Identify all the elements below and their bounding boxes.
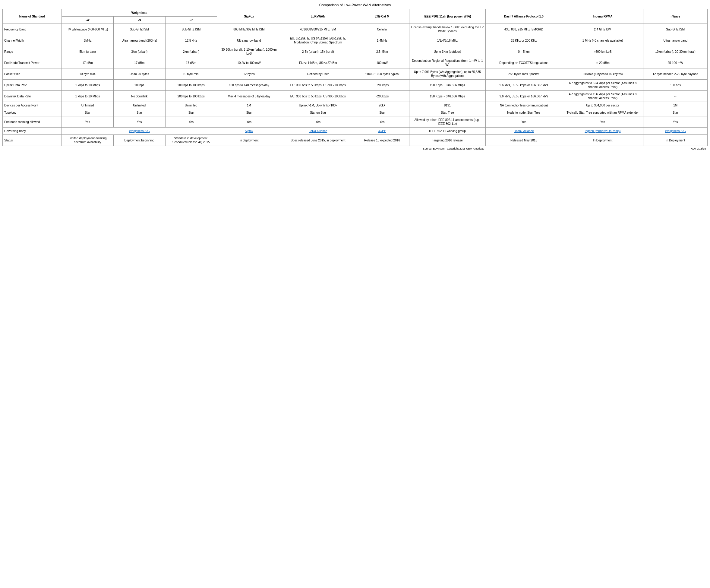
col-header-weightless-group: Weightless <box>62 9 217 17</box>
cell-topo-nwave: Star <box>643 109 708 116</box>
cell-packet-n: Up to 20 bytes <box>113 68 165 79</box>
cell-power-w: 17 dBm <box>62 57 114 68</box>
cell-downlink-ieee: 150 Kbps ~ 346.666 Mbps <box>409 91 486 102</box>
3gpp-link[interactable]: 3GPP <box>378 130 386 133</box>
cell-roam-p: Yes <box>165 116 217 127</box>
cell-range-lorawan: 2-5k (urban), 15k (rural) <box>281 46 355 57</box>
cell-chan-sigfox: Ultra narrow band <box>217 35 281 46</box>
cell-uplink-w: 1 kbps to 10 Mbps <box>62 79 114 91</box>
table-row: Packet Size 10 byte min. Up to 20 bytes … <box>3 68 708 79</box>
table-row: Downlink Data Rate 1 kbps to 10 Mbps No … <box>3 91 708 102</box>
cell-gov-lte: 3GPP <box>355 127 409 135</box>
cell-freq-nwave: Sub-GHz ISM <box>643 24 708 35</box>
cell-chan-ingenu: 1 MHz (40 channels available) <box>562 35 643 46</box>
cell-topo-p: Star <box>165 109 217 116</box>
cell-power-sigfox: 10μW to 100 mW <box>217 57 281 68</box>
page-title: Comparison of Low-Power WAN Alternatives <box>2 3 708 7</box>
cell-packet-lorawan: Defined by User <box>281 68 355 79</box>
cell-roam-dash7: Yes <box>486 116 562 127</box>
table-row: Governing Body Weightless SIG Sigfox LoR… <box>3 127 708 135</box>
row-label-roaming: End node roaming allowed <box>3 116 62 127</box>
cell-uplink-ieee: 150 Kbps ~ 346.666 Mbps <box>409 79 486 91</box>
cell-devices-p: Unlimited <box>165 102 217 109</box>
cell-uplink-lorawan: EU: 300 bps to 50 kbps, US:900-100kbps <box>281 79 355 91</box>
nwave-gov-link[interactable]: Weightless SIG <box>665 130 686 133</box>
lora-alliance-link[interactable]: LoRa Alliance <box>309 130 327 133</box>
col-header-n: -N <box>113 17 165 24</box>
cell-uplink-p: 200 bps to 100 kbps <box>165 79 217 91</box>
cell-uplink-sigfox: 100 bps to 140 messages/day <box>217 79 281 91</box>
row-label-range: Range <box>3 46 62 57</box>
sigfox-link[interactable]: Sigfox <box>245 130 253 133</box>
col-header-sigfox: SigFox <box>217 9 281 24</box>
row-label-devices: Devices per Access Point <box>3 102 62 109</box>
footer-source: Source: EDN.com - Copyright 2015 UBM Ame… <box>3 146 486 152</box>
cell-topo-n: Star <box>113 109 165 116</box>
cell-packet-w: 10 byte min. <box>62 68 114 79</box>
cell-downlink-n: No downlink <box>113 91 165 102</box>
cell-roam-n: Yes <box>113 116 165 127</box>
cell-power-dash7: Depending on FCC/ETSI regulations <box>486 57 562 68</box>
cell-uplink-lte: ~200kbps <box>355 79 409 91</box>
cell-devices-w: Unlimited <box>62 102 114 109</box>
cell-roam-lorawan: Yes <box>281 116 355 127</box>
cell-downlink-w: 1 kbps to 10 Mbps <box>62 91 114 102</box>
cell-range-lte: 2.5- 5km <box>355 46 409 57</box>
cell-freq-lte: Cellular <box>355 24 409 35</box>
cell-roam-lte: Yes <box>355 116 409 127</box>
row-label-packet: Packet Size <box>3 68 62 79</box>
cell-gov-sigfox: Sigfox <box>217 127 281 135</box>
col-header-p: -P <box>165 17 217 24</box>
cell-devices-ieee: 8191 <box>409 102 486 109</box>
cell-range-n: 3km (urban) <box>113 46 165 57</box>
cell-roam-sigfox: Yes <box>217 116 281 127</box>
cell-topo-sigfox: Star <box>217 109 281 116</box>
table-row: End node roaming allowed Yes Yes Yes Yes… <box>3 116 708 127</box>
cell-range-p: 2km (urban) <box>165 46 217 57</box>
cell-freq-ingenu: 2.4 GHz ISM <box>562 24 643 35</box>
cell-topo-dash7: Node-to-node, Star, Tree <box>486 109 562 116</box>
row-label-downlink: Downlink Data Rate <box>3 91 62 102</box>
cell-devices-n: Unlimited <box>113 102 165 109</box>
row-label-topology: Topology <box>3 109 62 116</box>
cell-roam-ingenu: Yes <box>562 116 643 127</box>
cell-range-w: 5km (urban) <box>62 46 114 57</box>
ingenu-link[interactable]: Ingenu (formerly OnRamp) <box>585 130 620 133</box>
col-header-name: Name of Standard <box>3 9 62 24</box>
cell-freq-w: TV whitespace (400-800 MHz) <box>62 24 114 35</box>
col-header-ingenu: Ingenu RPMA <box>562 9 643 24</box>
row-label-frequency: Frequency Band <box>3 24 62 35</box>
cell-chan-lte: 1.4MHz <box>355 35 409 46</box>
cell-devices-sigfox: 1M <box>217 102 281 109</box>
cell-power-nwave: 25-100 mW <box>643 57 708 68</box>
cell-packet-ingenu: Flexible (6 bytes to 10 kbytes) <box>562 68 643 79</box>
cell-chan-p: 12.5 kHz <box>165 35 217 46</box>
cell-status-n: Deployment beginning <box>113 135 165 146</box>
cell-power-lorawan: EU:<+14dBm, US:<+27dBm <box>281 57 355 68</box>
cell-status-dash7: Released May 2015 <box>486 135 562 146</box>
table-row: Frequency Band TV whitespace (400-800 MH… <box>3 24 708 35</box>
cell-packet-lte: ~100 -~1000 bytes typical <box>355 68 409 79</box>
cell-packet-nwave: 12 byte header, 2-20 byte payload <box>643 68 708 79</box>
cell-topo-lorawan: Star on Star <box>281 109 355 116</box>
cell-status-sigfox: In deployment <box>217 135 281 146</box>
footer-rev: Rev. 9/15/15 <box>486 146 708 152</box>
cell-chan-w: 5MHz <box>62 35 114 46</box>
cell-packet-sigfox: 12 bytes <box>217 68 281 79</box>
cell-freq-dash7: 433, 868, 915 MHz ISM/SRD <box>486 24 562 35</box>
cell-topo-ingenu: Typically Star. Tree supported with an R… <box>562 109 643 116</box>
cell-packet-dash7: 256 bytes max / packet <box>486 68 562 79</box>
dash7-alliance-link[interactable]: Dash7 Alliance <box>514 130 534 133</box>
cell-devices-lte: 20k+ <box>355 102 409 109</box>
cell-uplink-nwave: 100 bps <box>643 79 708 91</box>
cell-gov-ingenu: Ingenu (formerly OnRamp) <box>562 127 643 135</box>
weightless-sig-link[interactable]: Weightless SIG <box>129 130 150 133</box>
cell-chan-nwave: Ultra narrow band <box>643 35 708 46</box>
cell-range-sigfox: 30-50km (rural), 3-10km (urban), 1000km … <box>217 46 281 57</box>
table-row: Status Limited deployment awaiting spect… <box>3 135 708 146</box>
cell-chan-dash7: 25 KHz or 200 KHz <box>486 35 562 46</box>
cell-roam-nwave: Yes <box>643 116 708 127</box>
header-row-1: Name of Standard Weightless SigFox LoRaW… <box>3 9 708 17</box>
cell-chan-n: Ultra narrow band (200Hz) <box>113 35 165 46</box>
cell-devices-nwave: 1M <box>643 102 708 109</box>
